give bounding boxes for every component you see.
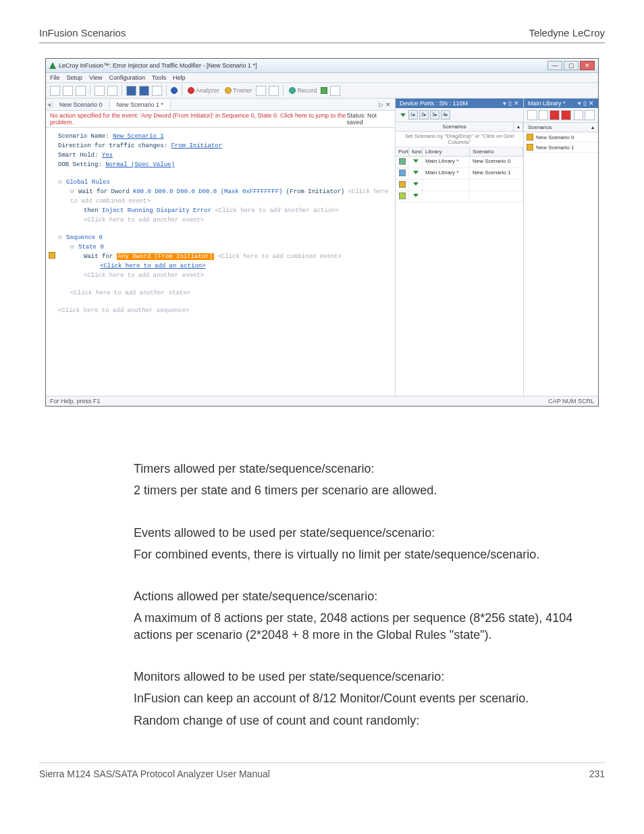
add-event-link-2[interactable]: <Click here to add another event> — [51, 271, 390, 280]
menu-setup[interactable]: Setup — [67, 74, 83, 81]
add-event-link[interactable]: <Click here to add another event> — [51, 215, 390, 225]
port4-icon[interactable]: 4▸ — [441, 110, 450, 120]
port2-icon[interactable]: 2▸ — [419, 110, 429, 120]
footer-left: Sierra M124 SAS/SATA Protocol Analyzer U… — [39, 768, 270, 779]
warning-bar[interactable]: No action specified for the event: 'Any … — [46, 111, 395, 128]
trainer-icon — [225, 87, 232, 94]
step-icon[interactable] — [256, 86, 266, 96]
open-icon[interactable] — [63, 86, 73, 96]
menu-bar: File Setup View Configuration Tools Help — [46, 73, 598, 83]
new-icon[interactable] — [50, 86, 60, 96]
library-pane: Main Library * ▾▯✕ Scenarios ▴ — [524, 99, 598, 396]
editor-pane: ◄ New Scenario 0 New Scenario 1 * ▷ ✕ No… — [46, 99, 396, 396]
toolbar-sep — [166, 85, 167, 96]
body-paragraph: 2 timers per state and 6 timers per scen… — [134, 482, 606, 498]
editor-tabs: ◄ New Scenario 0 New Scenario 1 * ▷ ✕ — [46, 99, 395, 111]
lib-import-icon[interactable] — [585, 110, 595, 120]
scenario-editor[interactable]: Scenario Name: New Scenario 1 Direction … — [46, 128, 395, 396]
scenario-swatch-icon — [527, 134, 533, 140]
add-state-link[interactable]: <Click here to add another state> — [51, 288, 390, 298]
port3-icon[interactable]: 3▸ — [430, 110, 439, 120]
tab-scroll-left[interactable]: ◄ — [46, 101, 53, 108]
menu-file[interactable]: File — [50, 74, 60, 81]
body-paragraph: Events allowed to be used per state/sequ… — [134, 525, 606, 541]
library-grid-header: Scenarios ▴ — [524, 123, 598, 132]
add-sequence-link[interactable]: <Click here to add another sequence> — [51, 306, 390, 315]
menu-view[interactable]: View — [89, 74, 102, 81]
port-row[interactable]: Main Library * New Scenario 1 — [396, 168, 523, 180]
highlighted-event[interactable]: Any Dword (From Initiator) — [117, 253, 214, 260]
lib-paste-icon[interactable] — [561, 110, 571, 120]
tab-scenario-1[interactable]: New Scenario 1 * — [110, 100, 171, 109]
stop-icon[interactable] — [269, 86, 279, 96]
trainer-label[interactable]: Trainer — [223, 87, 253, 94]
warning-gutter-icon[interactable] — [49, 252, 55, 259]
scenario-name-link[interactable]: New Scenario 1 — [113, 133, 164, 140]
toolbar-sep — [90, 85, 90, 96]
minimize-button[interactable]: — — [547, 61, 562, 70]
maximize-button[interactable]: ▢ — [564, 61, 579, 70]
doc-footer: Sierra M124 SAS/SATA Protocol Analyzer U… — [39, 762, 605, 779]
add-action-link[interactable]: <Click here to add another action> — [211, 207, 339, 214]
lib-save-icon[interactable] — [539, 110, 549, 120]
port1-icon[interactable]: 1▸ — [408, 110, 418, 120]
toolbar-sep — [182, 85, 182, 96]
layout1-icon[interactable] — [126, 86, 136, 96]
body-paragraph: Timers allowed per state/sequence/scenar… — [134, 461, 606, 477]
port-swatch-icon — [399, 170, 406, 176]
func-icon — [413, 171, 419, 174]
app-window: LeCroy InFusion™: Error Injector and Tra… — [45, 58, 599, 407]
record-label[interactable]: Record — [288, 87, 318, 94]
state-0-node[interactable]: State 0 — [78, 244, 104, 251]
pause-icon[interactable] — [330, 86, 340, 96]
analyzer-label[interactable]: Analyzer — [186, 87, 221, 94]
pane-dropdown-icon[interactable]: ▾ — [503, 100, 506, 107]
library-pane-title: Main Library * ▾▯✕ — [524, 99, 598, 108]
add-action-link-2[interactable]: <Click here to add an action> — [51, 261, 390, 271]
warning-text: No action specified for the event: 'Any … — [50, 112, 346, 126]
port-row[interactable]: Main Library * New Scenario 0 — [396, 157, 523, 168]
pane-pin-icon[interactable]: ▯ — [583, 100, 587, 107]
pane-close-icon[interactable]: ✕ — [589, 100, 594, 107]
footer-page-number: 231 — [589, 768, 605, 779]
library-item[interactable]: New Scenario 0 — [524, 132, 598, 142]
status-bar: For Help, press F1 CAP NUM SCRL — [46, 396, 598, 406]
save-icon[interactable] — [95, 86, 105, 96]
menu-tools[interactable]: Tools — [152, 74, 166, 81]
lib-new-icon[interactable] — [527, 110, 537, 120]
tab-scenario-0[interactable]: New Scenario 0 — [53, 100, 110, 109]
port-row[interactable] — [396, 191, 523, 203]
close-button[interactable]: ✕ — [580, 61, 595, 70]
pane-close-icon[interactable]: ✕ — [514, 100, 519, 107]
layout3-icon[interactable] — [152, 86, 162, 96]
folder-icon[interactable] — [76, 86, 86, 96]
lib-copy-icon[interactable] — [549, 110, 560, 120]
global-rules-node[interactable]: Global Rules — [66, 179, 110, 186]
sequence-0-node[interactable]: Sequence 0 — [66, 234, 103, 241]
smarthold-link[interactable]: Yes — [102, 152, 113, 159]
save-status: Status: Not saved — [346, 112, 391, 126]
oob-link[interactable]: Normal (Spec Value) — [105, 161, 175, 168]
port-row[interactable] — [396, 180, 523, 191]
library-item[interactable]: New Scenario 1 — [524, 142, 598, 153]
ports-icon[interactable] — [171, 87, 178, 94]
lib-export-icon[interactable] — [574, 110, 584, 120]
run-icon[interactable] — [400, 113, 406, 117]
layout2-icon[interactable] — [139, 86, 149, 96]
menu-help[interactable]: Help — [173, 74, 186, 81]
add-combined-event-link-2[interactable]: <Click here to add combined event> — [214, 253, 342, 260]
device-ports-toolbar: 1▸ 2▸ 3▸ 4▸ — [396, 108, 523, 122]
pane-pin-icon[interactable]: ▯ — [508, 100, 512, 107]
menu-configuration[interactable]: Configuration — [109, 74, 145, 81]
grid-column-header: Port func Library Scenario — [396, 147, 523, 157]
scenarios-header: Scenarios ▴ — [396, 122, 523, 132]
scroll-up-icon[interactable]: ▴ — [587, 123, 598, 132]
app-icon — [49, 62, 56, 69]
pane-dropdown-icon[interactable]: ▾ — [578, 100, 581, 107]
direction-link[interactable]: From Initiator — [171, 142, 222, 149]
toolbar-sep — [283, 85, 284, 96]
scroll-up-icon[interactable]: ▴ — [514, 122, 523, 131]
stop2-icon[interactable] — [321, 87, 327, 94]
tab-close[interactable]: ▷ ✕ — [375, 101, 395, 108]
print-icon[interactable] — [107, 86, 117, 96]
